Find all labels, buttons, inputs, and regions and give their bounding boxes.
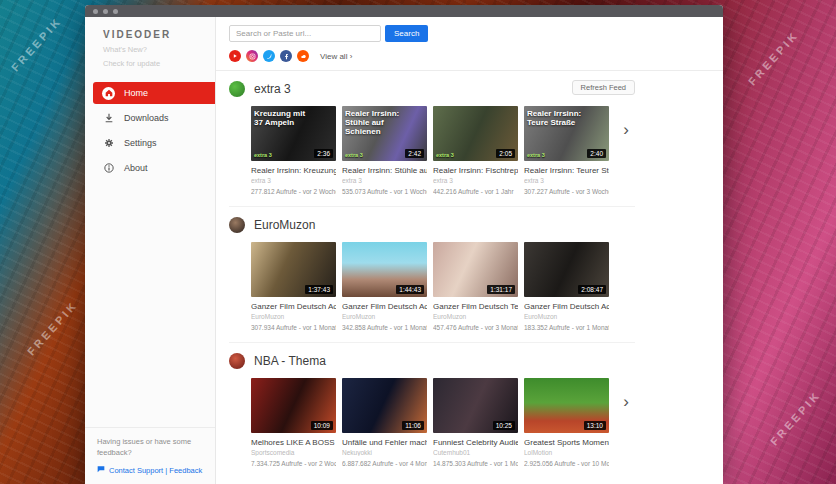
main-content: Search bbox=[216, 17, 723, 484]
video-card[interactable]: 11:06 Unfälle und Fehler mach... Nekuyok… bbox=[342, 378, 427, 467]
soundcloud-icon[interactable] bbox=[297, 50, 309, 62]
video-title: Funniest Celebrity Audie... bbox=[433, 438, 518, 447]
video-thumbnail[interactable]: 13:10 bbox=[524, 378, 609, 433]
video-card[interactable]: 10:25 Funniest Celebrity Audie... Cutemh… bbox=[433, 378, 518, 467]
video-title: Melhores LIKE A BOSS #8 bbox=[251, 438, 336, 447]
video-thumbnail[interactable]: 1:31:17 bbox=[433, 242, 518, 297]
video-meta: 535.073 Aufrufe - vor 1 Woche bbox=[342, 188, 427, 195]
video-duration: 11:06 bbox=[402, 421, 424, 430]
contact-support-link[interactable]: Contact Support | Feedback bbox=[97, 465, 203, 475]
carousel-next-icon[interactable]: › bbox=[619, 391, 633, 413]
video-channel: EuroMuzon bbox=[433, 313, 518, 320]
video-title: Ganzer Film Deutsch Act... bbox=[342, 302, 427, 311]
sidebar-item-label: Settings bbox=[124, 138, 157, 148]
channel-avatar[interactable] bbox=[229, 353, 245, 369]
video-thumbnail[interactable]: 10:09 bbox=[251, 378, 336, 433]
supported-sites-row: View all › bbox=[229, 50, 723, 62]
video-card[interactable]: 1:44:43 Ganzer Film Deutsch Act... EuroM… bbox=[342, 242, 427, 331]
video-channel: LolMotion bbox=[524, 449, 609, 456]
view-all-link[interactable]: View all › bbox=[320, 52, 352, 61]
channel-avatar[interactable] bbox=[229, 217, 245, 233]
video-meta: 2.925.056 Aufrufe - vor 10 Monate bbox=[524, 460, 609, 467]
feed-section-euromuzon: EuroMuzon 1:37:43 Ganzer Film Deutsch Ac… bbox=[229, 207, 635, 343]
video-meta: 277.812 Aufrufe - vor 2 Wochen bbox=[251, 188, 336, 195]
window-titlebar bbox=[85, 5, 723, 17]
sidebar-item-downloads[interactable]: Downloads bbox=[93, 107, 215, 129]
video-duration: 10:25 bbox=[493, 421, 515, 430]
video-card[interactable]: 10:09 Melhores LIKE A BOSS #8 Sportscome… bbox=[251, 378, 336, 467]
home-icon bbox=[102, 87, 115, 100]
channel-name[interactable]: NBA - Thema bbox=[254, 354, 326, 368]
window-minimize-button[interactable] bbox=[103, 9, 108, 14]
video-thumbnail[interactable]: 11:06 bbox=[342, 378, 427, 433]
video-card[interactable]: Kreuzung mit 37 Ampeln extra 3 2:36 Real… bbox=[251, 106, 336, 195]
video-title: Unfälle und Fehler mach... bbox=[342, 438, 427, 447]
video-channel: extra 3 bbox=[342, 177, 427, 184]
search-button[interactable]: Search bbox=[385, 25, 428, 42]
video-thumbnail[interactable]: 1:44:43 bbox=[342, 242, 427, 297]
video-thumbnail[interactable]: Realer Irrsinn: Teure Straße extra 3 2:4… bbox=[524, 106, 609, 161]
video-card[interactable]: Realer Irrsinn: Teure Straße extra 3 2:4… bbox=[524, 106, 609, 195]
channel-name[interactable]: EuroMuzon bbox=[254, 218, 315, 232]
facebook-icon[interactable] bbox=[280, 50, 292, 62]
video-channel: EuroMuzon bbox=[524, 313, 609, 320]
channel-avatar[interactable] bbox=[229, 81, 245, 97]
whats-new-link[interactable]: What's New? bbox=[103, 45, 215, 54]
sidebar-item-label: About bbox=[124, 163, 148, 173]
search-bar: Search bbox=[229, 25, 723, 42]
instagram-icon[interactable] bbox=[246, 50, 258, 62]
video-card[interactable]: 1:31:17 Ganzer Film Deutsch Tee... EuroM… bbox=[433, 242, 518, 331]
sidebar-item-settings[interactable]: Settings bbox=[93, 132, 215, 154]
twitter-icon[interactable] bbox=[263, 50, 275, 62]
video-title: Ganzer Film Deutsch Act... bbox=[524, 302, 609, 311]
video-title: Realer Irrsinn: Teurer Str... bbox=[524, 166, 609, 175]
video-channel: Nekuyokki bbox=[342, 449, 427, 456]
video-row: 1:37:43 Ganzer Film Deutsch Act... EuroM… bbox=[251, 242, 635, 331]
video-meta: 6.887.682 Aufrufe - vor 4 Monate bbox=[342, 460, 427, 467]
video-card[interactable]: 2:08:47 Ganzer Film Deutsch Act... EuroM… bbox=[524, 242, 609, 331]
carousel-next-icon[interactable]: › bbox=[619, 119, 633, 141]
feedback-text: Having issues or have some feedback? bbox=[97, 436, 203, 459]
chat-icon bbox=[97, 465, 105, 475]
info-icon bbox=[102, 162, 115, 175]
video-meta: 307.227 Aufrufe - vor 3 Wochen bbox=[524, 188, 609, 195]
thumbnail-channel-badge: extra 3 bbox=[254, 152, 272, 158]
video-meta: 457.476 Aufrufe - vor 3 Monate bbox=[433, 324, 518, 331]
video-title: Greatest Sports Moment... bbox=[524, 438, 609, 447]
contact-support-label: Contact Support | Feedback bbox=[109, 466, 202, 475]
refresh-feed-button[interactable]: Refresh Feed bbox=[572, 80, 635, 95]
video-title: Ganzer Film Deutsch Tee... bbox=[433, 302, 518, 311]
video-duration: 2:42 bbox=[405, 149, 424, 158]
app-window: VIDEODER What's New? Check for update Ho… bbox=[85, 5, 723, 484]
gear-icon bbox=[102, 137, 115, 150]
check-update-link[interactable]: Check for update bbox=[103, 59, 215, 68]
video-channel: extra 3 bbox=[251, 177, 336, 184]
video-card[interactable]: extra 3 2:05 Realer Irrsinn: Fischtrepp.… bbox=[433, 106, 518, 195]
video-thumbnail[interactable]: 1:37:43 bbox=[251, 242, 336, 297]
sidebar-item-home[interactable]: Home bbox=[93, 82, 215, 104]
video-meta: 14.875.303 Aufrufe - vor 1 Monat bbox=[433, 460, 518, 467]
video-thumbnail[interactable]: Kreuzung mit 37 Ampeln extra 3 2:36 bbox=[251, 106, 336, 161]
video-title: Realer Irrsinn: Kreuzung ... bbox=[251, 166, 336, 175]
thumbnail-overlay-text: Kreuzung mit 37 Ampeln bbox=[254, 109, 314, 127]
youtube-icon[interactable] bbox=[229, 50, 241, 62]
video-card[interactable]: 13:10 Greatest Sports Moment... LolMotio… bbox=[524, 378, 609, 467]
video-thumbnail[interactable]: extra 3 2:05 bbox=[433, 106, 518, 161]
video-channel: EuroMuzon bbox=[251, 313, 336, 320]
sidebar-item-about[interactable]: About bbox=[93, 157, 215, 179]
thumbnail-overlay-text: Realer Irrsinn: Teure Straße bbox=[527, 109, 587, 127]
video-thumbnail[interactable]: 10:25 bbox=[433, 378, 518, 433]
sidebar: VIDEODER What's New? Check for update Ho… bbox=[85, 17, 216, 484]
window-close-button[interactable] bbox=[93, 9, 98, 14]
channel-name[interactable]: extra 3 bbox=[254, 82, 291, 96]
thumbnail-channel-badge: extra 3 bbox=[345, 152, 363, 158]
video-card[interactable]: Realer Irrsinn: Stühle auf Schienen extr… bbox=[342, 106, 427, 195]
video-card[interactable]: 1:37:43 Ganzer Film Deutsch Act... EuroM… bbox=[251, 242, 336, 331]
search-input[interactable] bbox=[229, 25, 381, 42]
video-channel: EuroMuzon bbox=[342, 313, 427, 320]
sidebar-item-label: Downloads bbox=[124, 113, 169, 123]
video-thumbnail[interactable]: Realer Irrsinn: Stühle auf Schienen extr… bbox=[342, 106, 427, 161]
window-maximize-button[interactable] bbox=[113, 9, 118, 14]
desktop-wallpaper: FREEPIK FREEPIK FREEPIK FREEPIK VIDEODER… bbox=[0, 0, 836, 484]
video-thumbnail[interactable]: 2:08:47 bbox=[524, 242, 609, 297]
